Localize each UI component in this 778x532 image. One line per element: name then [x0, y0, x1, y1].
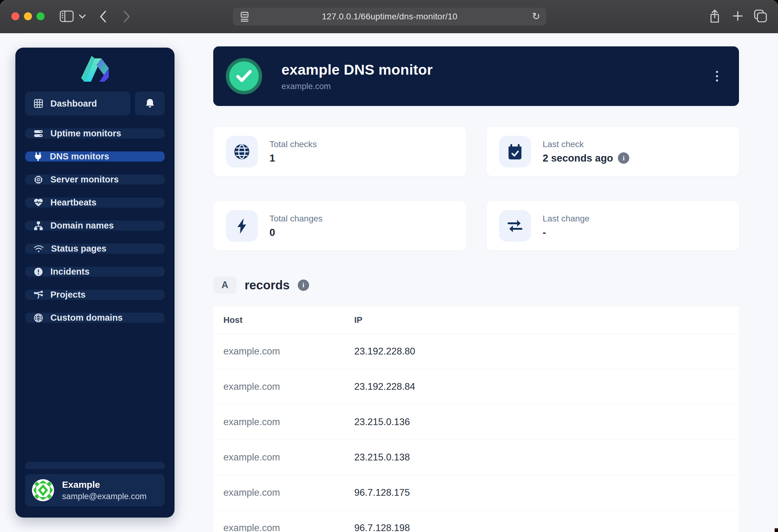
grid-icon	[34, 99, 43, 108]
close-window-button[interactable]	[11, 12, 19, 20]
exchange-arrows-icon	[499, 210, 531, 242]
sidebar-item-label: Projects	[51, 290, 85, 300]
table-row: example.com 23.192.228.80	[213, 334, 739, 369]
sidebar-item-label: Domain names	[51, 220, 114, 231]
stat-card-total-checks: Total checks 1	[213, 127, 466, 176]
cpu-icon	[34, 175, 43, 184]
sidebar: Dashboard Uptime monitors	[15, 48, 174, 518]
sidebar-item-custom-domains[interactable]: Custom domains	[25, 313, 165, 323]
sidebar-item-label: DNS monitors	[50, 152, 109, 162]
page-content: Dashboard Uptime monitors	[0, 33, 778, 532]
records-section-header: A records i	[213, 276, 309, 294]
table-row: example.com 96.7.128.198	[213, 511, 739, 532]
stat-card-total-changes: Total changes 0	[213, 201, 466, 251]
page-reader-icon[interactable]	[240, 12, 249, 23]
share-nodes-icon	[34, 290, 43, 299]
plug-icon	[34, 152, 43, 161]
monitor-title: example DNS monitor	[282, 61, 433, 78]
url-bar[interactable]: 127.0.0.1/66uptime/dns-monitor/10 ↻	[233, 8, 546, 25]
column-header-ip: IP	[354, 315, 362, 325]
app-logo-icon	[80, 56, 109, 82]
column-header-host: Host	[223, 315, 242, 325]
stat-value: -	[543, 227, 590, 238]
stat-label: Last change	[543, 214, 590, 224]
zoom-window-button[interactable]	[36, 12, 45, 20]
sidebar-item-dashboard[interactable]: Dashboard	[25, 92, 131, 115]
sidebar-item-domain-names[interactable]: Domain names	[25, 220, 165, 231]
records-title: records	[245, 278, 290, 292]
monitor-header-card: example DNS monitor example.com	[213, 47, 739, 106]
url-text: 127.0.0.1/66uptime/dns-monitor/10	[322, 12, 458, 21]
records-table: Host IP example.com 23.192.228.80 exampl…	[213, 306, 739, 532]
table-header: Host IP	[213, 306, 739, 334]
sidebar-item-projects[interactable]: Projects	[25, 290, 165, 300]
sidebar-item-uptime-monitors[interactable]: Uptime monitors	[25, 128, 165, 139]
minimize-window-button[interactable]	[24, 12, 32, 20]
table-row: example.com 23.215.0.136	[213, 405, 739, 440]
screen-edge-artifact	[775, 528, 778, 532]
user-name: Example	[62, 479, 147, 490]
sidebar-toggle-icon[interactable]	[60, 10, 74, 22]
reload-icon[interactable]: ↻	[532, 10, 540, 22]
wifi-icon	[34, 245, 44, 253]
stat-label: Last check	[543, 140, 629, 149]
sidebar-item-label: Incidents	[51, 267, 89, 277]
sidebar-item-dns-monitors[interactable]: DNS monitors	[25, 152, 165, 162]
sidebar-item-label: Uptime monitors	[51, 128, 121, 139]
browser-window: 127.0.0.1/66uptime/dns-monitor/10 ↻	[0, 0, 778, 532]
sidebar-item-label: Dashboard	[51, 99, 97, 109]
share-icon[interactable]	[709, 9, 721, 23]
monitor-domain: example.com	[282, 82, 433, 91]
sidebar-item-label: Server monitors	[51, 174, 119, 185]
table-row: example.com 23.215.0.138	[213, 440, 739, 475]
alert-circle-icon	[34, 267, 43, 276]
table-row: example.com 23.192.228.84	[213, 369, 739, 405]
info-icon[interactable]: i	[618, 152, 629, 164]
user-account-card[interactable]: Example sample@example.com	[25, 474, 165, 507]
stat-value: 0	[269, 227, 323, 238]
table-row: example.com 96.7.128.175	[213, 475, 739, 511]
globe-icon	[34, 313, 43, 323]
sidebar-item-clipped[interactable]	[25, 462, 165, 469]
heart-pulse-icon	[34, 198, 43, 207]
stat-label: Total checks	[269, 140, 317, 149]
avatar	[32, 479, 54, 501]
more-actions-button[interactable]	[714, 69, 720, 84]
forward-icon[interactable]	[122, 10, 131, 23]
sitemap-icon	[34, 221, 43, 231]
bell-icon	[145, 98, 155, 109]
sidebar-item-label: Heartbeats	[51, 197, 96, 208]
sidebar-nav: Dashboard Uptime monitors	[25, 92, 165, 323]
stat-label: Total changes	[269, 214, 323, 224]
chevron-down-icon[interactable]	[79, 14, 86, 19]
notifications-button[interactable]	[135, 92, 165, 115]
tab-overview-icon[interactable]	[754, 9, 768, 23]
stat-card-last-check: Last check 2 seconds ago i	[486, 127, 739, 176]
sidebar-item-status-pages[interactable]: Status pages	[25, 244, 165, 254]
browser-chrome: 127.0.0.1/66uptime/dns-monitor/10 ↻	[0, 0, 778, 33]
stat-value: 1	[269, 152, 317, 164]
calendar-check-icon	[499, 136, 531, 167]
back-icon[interactable]	[99, 10, 107, 23]
status-up-icon	[226, 58, 262, 94]
sidebar-item-server-monitors[interactable]: Server monitors	[25, 174, 165, 185]
sidebar-item-label: Custom domains	[51, 313, 123, 323]
bolt-icon	[226, 210, 258, 242]
globe-icon	[226, 136, 258, 167]
stat-value: 2 seconds ago i	[543, 152, 629, 164]
server-stack-icon	[34, 129, 43, 138]
stat-card-last-change: Last change -	[486, 201, 739, 251]
info-icon[interactable]: i	[298, 279, 309, 291]
sidebar-item-label: Status pages	[51, 244, 106, 254]
sidebar-item-incidents[interactable]: Incidents	[25, 267, 165, 277]
record-type-badge: A	[213, 276, 237, 294]
user-email: sample@example.com	[62, 492, 147, 501]
new-tab-icon[interactable]	[731, 9, 744, 23]
sidebar-item-heartbeats[interactable]: Heartbeats	[25, 197, 165, 208]
